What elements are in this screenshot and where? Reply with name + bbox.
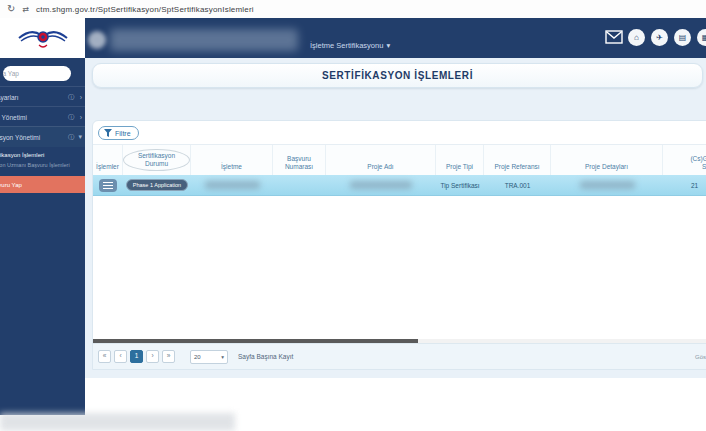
sidebar-item-hesap-ayarlari[interactable]: Hesap Ayarları ⓘ › [0, 86, 85, 107]
archive-icon: ▤ [679, 34, 687, 42]
row-proje-tipi-cell: Tip Sertifikası [436, 182, 484, 189]
row-isletme-cell [191, 181, 273, 189]
sidebar-subitem-label: Sertifikasyon Uzmanı Başvuru İşlemleri [0, 162, 85, 170]
browser-address-bar: ↻ ⇄ ctm.shgm.gov.tr/SptSertifikasyon/Spt… [0, 0, 706, 19]
pagination-summary-clipped: Göste [695, 354, 706, 360]
archive-button[interactable]: ▤ [674, 29, 691, 46]
mail-icon [605, 30, 623, 44]
sidebar-item-label: Hesap Ayarları [0, 94, 19, 101]
sidebar-subitem-label: Başvuru Yap [0, 182, 22, 188]
mail-button[interactable] [605, 30, 623, 44]
sidebar: Arama Yap Hesap Ayarları ⓘ › Başvuru Yön… [0, 58, 85, 415]
redacted-proje-adi-value [350, 181, 412, 189]
user-avatar [88, 31, 106, 49]
sidebar-item-label: Sertifikasyon Yönetimi [0, 134, 40, 141]
column-header-proje-adi[interactable]: Proje Adı [326, 145, 436, 175]
info-icon: ⓘ [68, 93, 74, 102]
home-icon: ⌂ [634, 34, 639, 42]
previous-page-button[interactable]: ‹ [114, 350, 127, 363]
profile-icon: ▦ [702, 34, 706, 42]
nav-isletme-sertifikasyonu-dropdown[interactable]: İşletme Sertifikasyonu ▾ [310, 41, 390, 50]
column-header-sertifikasyon-durumu[interactable]: Sertifikasyon Durumu [123, 145, 191, 175]
chevron-right-icon: › [80, 94, 82, 101]
column-header-proje-tipi[interactable]: Proje Tipi [436, 145, 484, 175]
sidebar-subitem-sertifikasyon-islemleri[interactable]: Sertifikasyon İşlemleri [0, 148, 85, 162]
chevron-down-icon: ▾ [386, 41, 390, 50]
shgm-wings-logo-icon [17, 24, 69, 52]
row-proje-detaylari-cell [551, 181, 663, 189]
sidebar-item-label: Başvuru Yönetimi [0, 114, 27, 121]
footer-redacted-block [0, 413, 235, 431]
plane-button[interactable]: ✈ [651, 29, 668, 46]
next-page-button[interactable]: › [146, 350, 159, 363]
page-title: SERTİFİKASYON İŞLEMLERİ [92, 63, 703, 88]
user-info-redacted [110, 29, 298, 51]
pagination-bar: « ‹ 1 › » 20 ▾ Sayfa Başına Kayıt Göste [93, 343, 706, 369]
first-page-button[interactable]: « [98, 350, 111, 363]
table-header-row: İşlemler Sertifikasyon Durumu İşletme Ba… [93, 144, 706, 175]
column-header-islemler[interactable]: İşlemler [93, 145, 123, 175]
column-header-cs-genel-sayisi[interactable]: (Cs)Genel Sayısı [663, 145, 706, 175]
column-header-proje-detaylari[interactable]: Proje Detayları [551, 145, 663, 175]
app-window: ↻ ⇄ ctm.shgm.gov.tr/SptSertifikasyon/Spt… [0, 0, 706, 431]
column-header-proje-referansi[interactable]: Proje Referansı [484, 145, 551, 175]
sidebar-search-input[interactable]: Arama Yap [3, 66, 71, 81]
column-header-basvuru-numarasi[interactable]: Başvuru Numarası [273, 145, 326, 175]
page-size-select[interactable]: 20 ▾ [190, 350, 228, 364]
sidebar-subitem-label: Sertifikasyon İşlemleri [0, 152, 44, 158]
site-info-icon[interactable]: ⇄ [22, 5, 29, 14]
column-header-isletme[interactable]: İşletme [191, 145, 273, 175]
row-proje-referansi-cell: TRA.001 [484, 182, 551, 189]
chevron-down-icon: ▾ [221, 354, 224, 360]
plane-icon: ✈ [656, 34, 663, 42]
sidebar-subitem-basvuru-yap-highlighted[interactable]: Başvuru Yap [0, 176, 85, 193]
info-icon: ⓘ [68, 133, 74, 142]
funnel-icon [104, 129, 112, 137]
per-page-label: Sayfa Başına Kayıt [238, 353, 293, 360]
status-badge: Phase 1 Application [126, 179, 188, 191]
sidebar-item-sertifikasyon-yonetimi[interactable]: Sertifikasyon Yönetimi ⓘ ▾ [0, 126, 85, 147]
column-header-label: Sertifikasyon Durumu [123, 149, 190, 171]
main-content: SERTİFİKASYON İŞLEMLERİ Filtre İşlemler … [85, 58, 706, 378]
row-cs-genel-sayisi-cell: 21 [663, 182, 706, 189]
redacted-proje-detaylari-value [580, 181, 635, 189]
url-text[interactable]: ctm.shgm.gov.tr/SptSertifikasyon/SptSert… [36, 5, 254, 14]
reload-icon[interactable]: ↻ [7, 4, 15, 14]
redacted-isletme-value [205, 181, 260, 189]
nav-dropdown-label: İşletme Sertifikasyonu [310, 41, 383, 50]
home-button[interactable]: ⌂ [628, 29, 645, 46]
sidebar-item-basvuru-yonetimi[interactable]: Başvuru Yönetimi ⓘ › [0, 106, 85, 127]
filter-button-label: Filtre [115, 130, 131, 137]
row-actions-cell [93, 179, 123, 192]
page-size-value: 20 [194, 354, 201, 360]
info-icon: ⓘ [68, 113, 74, 122]
row-actions-menu-button[interactable] [99, 179, 117, 192]
shgm-logo [0, 18, 85, 58]
row-status-cell: Phase 1 Application [123, 179, 191, 191]
last-page-button[interactable]: » [162, 350, 175, 363]
table-row[interactable]: Phase 1 Application Tip Sertifikası TRA.… [93, 175, 706, 196]
row-proje-adi-cell [326, 181, 436, 189]
page-1-button[interactable]: 1 [130, 350, 143, 363]
certification-grid: Filtre İşlemler Sertifikasyon Durumu İşl… [92, 120, 706, 370]
chevron-down-icon: ▾ [78, 133, 82, 141]
sidebar-search-placeholder: Arama Yap [3, 70, 19, 77]
filter-button[interactable]: Filtre [98, 126, 139, 140]
chevron-right-icon: › [80, 114, 82, 121]
